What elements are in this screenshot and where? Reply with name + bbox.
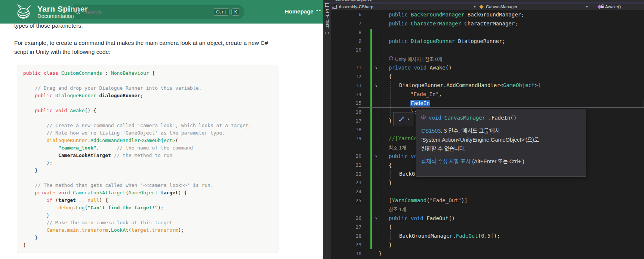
code-token: Log: [76, 205, 84, 210]
editor-code-line[interactable]: 13∨DialogueRunner.AddCommandHandler<Game…: [331, 81, 644, 90]
editor-code-line[interactable]: 7public CharacterManager CharacterManage…: [331, 19, 644, 28]
code-token: target.transform: [132, 227, 178, 233]
breadcrumb-class[interactable]: CanvasManager: [486, 3, 517, 10]
search-input[interactable]: [84, 9, 211, 15]
line-number[interactable]: 27: [331, 224, 361, 230]
editor-code-line[interactable]: 10: [331, 46, 644, 55]
code-token: }: [23, 212, 49, 218]
line-number[interactable]: 13: [331, 83, 361, 88]
editor-code-line[interactable]: 25[YarnCommand("Fade_Out")]: [331, 196, 644, 205]
code-text: public void FadeOut(): [361, 215, 455, 221]
code-token: "Fade_In": [410, 91, 439, 97]
code-token: DialogueRunner.: [399, 82, 446, 88]
editor-code-line[interactable]: 28BackGroundManager.FadeOut(0.5f);: [331, 231, 644, 240]
line-number[interactable]: 6: [331, 12, 361, 17]
code-token: public: [389, 12, 411, 18]
editor-code-line[interactable]: 12{: [331, 72, 644, 81]
editor-code-line[interactable]: 15FadeIn: [331, 99, 644, 108]
code-token: Unity 메시지 | 참조 0개: [395, 55, 442, 62]
line-number[interactable]: 8: [331, 30, 361, 35]
codelens-text[interactable]: Unity 메시지 | 참조 0개: [361, 55, 442, 62]
quick-actions-button[interactable]: ▼: [393, 112, 414, 126]
toolbox-vertical-tab[interactable]: 도구 상자 › ›: [323, 0, 331, 259]
show-potential-fixes-link[interactable]: 잠재적 수정 사항 표시 (Alt+Enter 또는 Ctrl+.): [421, 157, 580, 165]
line-number[interactable]: 18: [331, 127, 361, 132]
codelens-text[interactable]: 참조 1개: [361, 144, 406, 151]
code-token[interactable]: CS1503: [421, 128, 441, 134]
line-number[interactable]: 12: [331, 74, 361, 79]
line-number[interactable]: 16: [331, 109, 361, 115]
code-token: CustomCommands: [61, 70, 102, 76]
line-number[interactable]: 23: [331, 180, 361, 185]
docs-code-block: public class CustomCommands : MonoBehavi…: [17, 65, 278, 253]
tab-close-icon[interactable]: ✕: [387, 0, 391, 1]
line-number[interactable]: 17: [331, 118, 361, 124]
line-number[interactable]: 14: [331, 92, 361, 97]
chevron-down-icon[interactable]: ▾: [586, 3, 588, 10]
code-token: }: [389, 118, 392, 124]
line-number[interactable]: 7: [331, 21, 361, 26]
code-text: DialogueRunner.AddCommandHandler<GameObj…: [361, 82, 541, 88]
more-menu-dots[interactable]: ••: [316, 7, 321, 13]
line-number[interactable]: 22: [331, 171, 361, 177]
file-tab[interactable]: CanvasManager.cs✕: [331, 0, 644, 2]
line-number[interactable]: 15: [331, 100, 361, 106]
editor-code-line[interactable]: 23}: [331, 178, 644, 187]
breadcrumb-project[interactable]: Assembly-CSharp: [339, 3, 373, 10]
editor-code-line[interactable]: 8: [331, 28, 644, 37]
codelens-line[interactable]: Unity 메시지 | 참조 0개: [331, 54, 644, 63]
editor-code-line[interactable]: 9public DialogueRunner DialogueRunner;: [331, 37, 644, 46]
editor-code-line[interactable]: 27{: [331, 223, 644, 232]
line-number[interactable]: 10: [331, 47, 361, 53]
code-token[interactable]: 잠재적 수정 사항 표시: [421, 158, 472, 164]
code-text: private void Awake(): [361, 65, 452, 71]
code-token: )]: [461, 197, 468, 203]
line-number[interactable]: 11: [331, 65, 361, 70]
code-text: BackGroundManager.FadeOut(0.5f);: [361, 233, 500, 239]
editor-code-line[interactable]: 6public BackGroundManager BackGroundMana…: [331, 10, 644, 19]
editor-code-line[interactable]: 14"Fade_In",: [331, 90, 644, 99]
chevron-down-icon[interactable]: ▾: [474, 3, 476, 10]
nav-homepage-link[interactable]: Homepage: [285, 8, 314, 15]
code-token: // The method that gets called when '<<c…: [23, 182, 213, 188]
code-token: dialogueRunner: [99, 93, 141, 98]
line-number[interactable]: 21: [331, 162, 361, 168]
editor-code-line[interactable]: 11∨private void Awake(): [331, 63, 644, 72]
editor-code-line[interactable]: 24: [331, 187, 644, 196]
line-number[interactable]: 26: [331, 215, 361, 221]
line-number[interactable]: 24: [331, 189, 361, 194]
line-number[interactable]: 30: [331, 251, 361, 256]
line-number[interactable]: 28: [331, 233, 361, 239]
code-token: }: [389, 242, 392, 248]
line-number[interactable]: 25: [331, 198, 361, 203]
doc-code-line: public DialogueRunner dialogueRunner;: [23, 92, 272, 99]
code-token: public void: [35, 108, 70, 113]
unity-cube-icon: [421, 115, 426, 120]
code-token: [23, 205, 58, 210]
search-bar[interactable]: Ctrl K: [70, 5, 244, 19]
doc-code-line: CameraLookAtTarget // the method to run: [23, 152, 272, 159]
code-token: }: [379, 250, 382, 256]
code-token: DialogueRunner;: [458, 38, 505, 44]
editor-code-line[interactable]: 26∨public void FadeOut(): [331, 214, 644, 223]
toolbox-icon: [325, 3, 329, 7]
line-number[interactable]: 20: [331, 153, 361, 159]
editor-code-line[interactable]: 29}: [331, 240, 644, 249]
line-number[interactable]: 29: [331, 242, 361, 247]
codelens-line[interactable]: 참조 1개: [331, 205, 644, 214]
code-token: DialogueRunner: [55, 93, 99, 98]
tooltip-signature: void CanvasManager.FadeIn(): [421, 114, 580, 122]
code-token: (: [538, 82, 541, 88]
editor-code-line[interactable]: 30}: [331, 249, 644, 258]
line-number[interactable]: 19: [331, 136, 361, 141]
code-token: (): [449, 215, 455, 221]
code-token: [23, 108, 35, 113]
editor-pane: CanvasManager.cs✕ Assembly-CSharp▾Canvas…: [331, 0, 644, 259]
code-token: AddCommandHandler<GameObject>: [90, 138, 175, 143]
editor-tab-bar[interactable]: CanvasManager.cs✕: [331, 0, 644, 3]
codelens-text[interactable]: 참조 1개: [361, 206, 406, 213]
breadcrumb-member[interactable]: Awake(): [605, 3, 621, 10]
code-token: "Fade_Out": [430, 197, 461, 203]
line-number[interactable]: 9: [331, 38, 361, 44]
code-text: [YarnCommand("Fade_Out")]: [361, 197, 468, 203]
